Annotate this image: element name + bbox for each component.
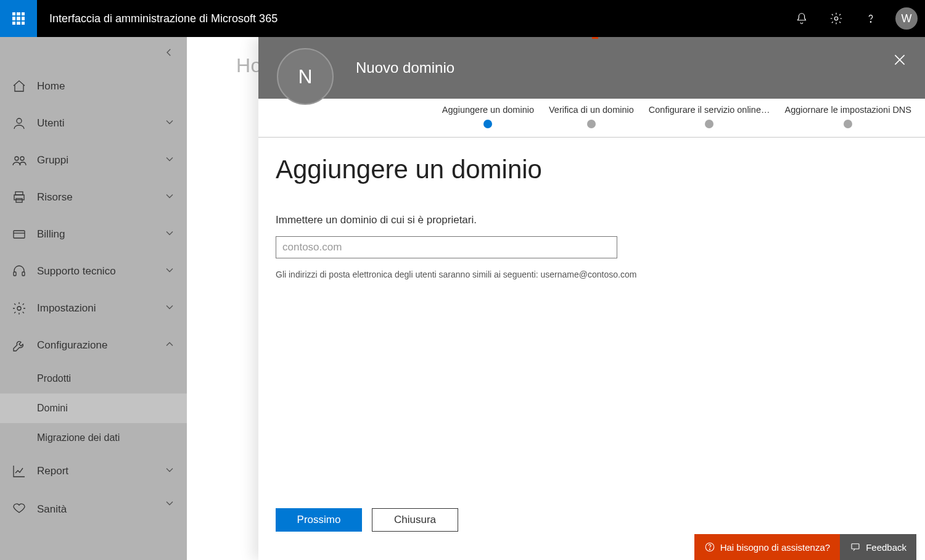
sidebar-item-label: Utenti: [37, 117, 64, 130]
question-circle-icon: [704, 541, 715, 553]
panel-lead-text: Immettere un dominio di cui si è proprie…: [276, 214, 908, 226]
step-dot-icon: [483, 120, 492, 128]
sidebar-subitem-domains[interactable]: Domini: [0, 393, 187, 423]
sidebar-item-settings[interactable]: Impostazioni: [0, 290, 187, 327]
step-label: Verifica di un dominio: [549, 105, 634, 115]
sidebar-subitem-data-migration[interactable]: Migrazione dei dati: [0, 423, 187, 453]
top-bar-right: W: [784, 0, 925, 37]
chevron-down-icon: [163, 301, 176, 316]
sidebar-item-label: Risorse: [37, 191, 73, 204]
chevron-down-icon: [163, 153, 176, 168]
panel-heading: Aggiungere un dominio: [276, 155, 908, 184]
chevron-down-icon: [163, 116, 176, 131]
sidebar-subitem-products[interactable]: Prodotti: [0, 364, 187, 393]
sidebar-item-health[interactable]: Sanità: [0, 490, 187, 519]
wrench-icon: [11, 337, 27, 353]
sidebar-item-reports[interactable]: Report: [0, 453, 187, 490]
sidebar-item-support[interactable]: Supporto tecnico: [0, 253, 187, 290]
sidebar-item-billing[interactable]: Billing: [0, 216, 187, 253]
step-dot-icon: [705, 120, 713, 128]
step-dot-icon: [844, 120, 852, 128]
sidebar-item-label: Report: [37, 465, 68, 477]
top-bar: Interfaccia di amministrazione di Micros…: [0, 0, 925, 37]
domain-input[interactable]: [276, 236, 617, 258]
waffle-icon: [12, 12, 25, 25]
chevron-down-icon: [163, 190, 176, 205]
step-dot-icon: [587, 120, 596, 128]
svg-rect-10: [22, 272, 25, 276]
gear-icon: [829, 12, 843, 25]
svg-rect-7: [16, 199, 22, 202]
svg-point-4: [20, 157, 24, 160]
sidebar-item-label: Impostazioni: [37, 302, 96, 315]
help-button[interactable]: [853, 0, 888, 37]
red-tick-icon: [592, 37, 598, 39]
sidebar-item-home[interactable]: Home: [0, 68, 187, 105]
close-icon: [892, 52, 908, 68]
svg-point-0: [834, 17, 838, 20]
feedback-icon: [850, 541, 861, 553]
svg-point-13: [709, 549, 710, 550]
step-add-domain[interactable]: Aggiungere un dominio: [435, 105, 541, 128]
app-title: Interfaccia di amministrazione di Micros…: [49, 12, 278, 25]
close-button[interactable]: Chiusura: [372, 508, 458, 532]
panel-content: Aggiungere un dominio Immettere un domin…: [258, 138, 925, 560]
chevron-up-icon: [163, 338, 176, 353]
chevron-down-icon: [163, 464, 176, 479]
panel-hint-text: Gli indirizzi di posta elettronica degli…: [276, 270, 908, 279]
step-label: Aggiungere un dominio: [442, 105, 534, 115]
user-avatar[interactable]: W: [895, 7, 918, 30]
app-launcher-button[interactable]: [0, 0, 37, 37]
feedback-label: Feedback: [866, 542, 906, 553]
chevron-down-icon: [163, 264, 176, 279]
step-label: Configurare il servizio online…: [649, 105, 770, 115]
sidebar-item-label: Billing: [37, 228, 65, 241]
gear-icon: [11, 300, 27, 316]
panel-avatar: N: [277, 48, 334, 105]
panel-close-button[interactable]: [892, 52, 908, 70]
chevron-down-icon: [163, 227, 176, 242]
chart-icon: [11, 463, 27, 479]
need-help-label: Hai bisogno di assistenza?: [720, 542, 830, 553]
chevron-down-icon: [163, 497, 176, 512]
need-help-button[interactable]: Hai bisogno di assistenza?: [694, 534, 840, 560]
printer-icon: [11, 189, 27, 205]
footer-bar: Hai bisogno di assistenza? Feedback: [694, 534, 916, 560]
user-icon: [11, 115, 27, 131]
card-icon: [11, 226, 27, 242]
headset-icon: [11, 263, 27, 279]
sidebar-item-label: Gruppi: [37, 154, 68, 167]
settings-button[interactable]: [819, 0, 853, 37]
next-button[interactable]: Prossimo: [276, 508, 362, 532]
svg-rect-8: [14, 231, 25, 238]
sidebar: Home Utenti Gruppi Risorse Billing Suppo…: [0, 37, 187, 560]
sidebar-item-users[interactable]: Utenti: [0, 105, 187, 142]
home-icon: [11, 78, 27, 94]
svg-point-3: [15, 157, 18, 160]
bell-icon: [795, 12, 808, 25]
notifications-button[interactable]: [784, 0, 819, 37]
groups-icon: [11, 152, 27, 168]
sidebar-item-label: Sanità: [37, 503, 67, 516]
svg-point-11: [17, 307, 21, 310]
sidebar-item-configuration[interactable]: Configurazione: [0, 327, 187, 364]
sidebar-item-label: Configurazione: [37, 339, 107, 352]
sidebar-item-groups[interactable]: Gruppi: [0, 142, 187, 179]
step-verify-domain[interactable]: Verifica di un dominio: [541, 105, 641, 128]
step-configure-service[interactable]: Configurare il servizio online…: [641, 105, 778, 128]
step-update-dns[interactable]: Aggiornare le impostazioni DNS: [777, 105, 919, 128]
sidebar-item-label: Home: [37, 80, 65, 93]
svg-rect-9: [14, 272, 16, 276]
panel-header: N Nuovo dominio: [258, 37, 925, 99]
heart-icon: [11, 500, 27, 516]
feedback-button[interactable]: Feedback: [840, 534, 916, 560]
svg-rect-5: [15, 192, 23, 195]
svg-rect-14: [852, 544, 859, 549]
new-domain-panel: N Nuovo dominio Aggiungere un dominio Ve…: [258, 37, 925, 560]
sidebar-item-resources[interactable]: Risorse: [0, 179, 187, 216]
question-icon: [864, 12, 878, 25]
sidebar-collapse-button[interactable]: [0, 37, 187, 68]
panel-title: Nuovo dominio: [356, 59, 454, 76]
sidebar-item-label: Supporto tecnico: [37, 265, 116, 278]
step-label: Aggiornare le impostazioni DNS: [784, 105, 911, 115]
